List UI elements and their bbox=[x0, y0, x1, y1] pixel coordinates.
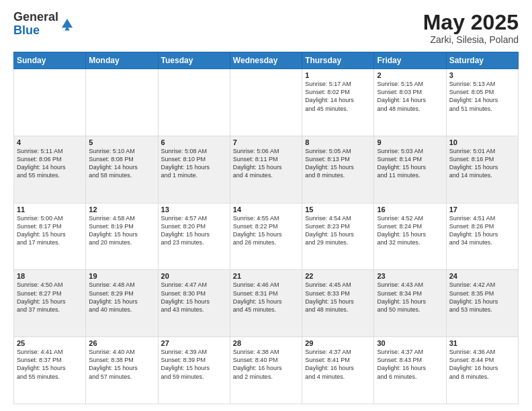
day-info: Sunrise: 4:51 AM Sunset: 8:26 PM Dayligh… bbox=[449, 214, 515, 247]
day-number: 30 bbox=[377, 339, 443, 347]
day-number: 24 bbox=[449, 272, 515, 280]
day-info: Sunrise: 4:40 AM Sunset: 8:38 PM Dayligh… bbox=[89, 348, 154, 381]
day-number: 10 bbox=[449, 138, 515, 146]
day-number: 25 bbox=[17, 339, 83, 347]
calendar-cell: 9Sunrise: 5:03 AM Sunset: 8:14 PM Daylig… bbox=[374, 136, 446, 203]
day-number: 18 bbox=[17, 272, 83, 280]
day-number: 5 bbox=[89, 138, 154, 146]
day-info: Sunrise: 4:54 AM Sunset: 8:23 PM Dayligh… bbox=[305, 214, 371, 247]
day-number: 31 bbox=[449, 339, 515, 347]
day-info: Sunrise: 5:11 AM Sunset: 8:06 PM Dayligh… bbox=[17, 147, 83, 180]
page: General Blue May 2025 Zarki, Silesia, Po… bbox=[0, 0, 532, 411]
logo-blue: Blue bbox=[13, 24, 40, 37]
month-title: May 2025 bbox=[423, 11, 519, 34]
calendar-cell: 25Sunrise: 4:41 AM Sunset: 8:37 PM Dayli… bbox=[14, 337, 86, 404]
day-info: Sunrise: 4:39 AM Sunset: 8:39 PM Dayligh… bbox=[161, 348, 227, 381]
day-number: 7 bbox=[233, 138, 299, 146]
day-number: 17 bbox=[449, 205, 515, 214]
calendar-cell: 24Sunrise: 4:42 AM Sunset: 8:35 PM Dayli… bbox=[446, 270, 518, 337]
day-info: Sunrise: 5:00 AM Sunset: 8:17 PM Dayligh… bbox=[17, 214, 83, 247]
day-info: Sunrise: 4:37 AM Sunset: 8:41 PM Dayligh… bbox=[305, 348, 371, 381]
logo-icon bbox=[60, 17, 75, 32]
day-info: Sunrise: 4:50 AM Sunset: 8:27 PM Dayligh… bbox=[17, 281, 83, 314]
calendar-cell bbox=[158, 69, 230, 136]
calendar-header-friday: Friday bbox=[374, 52, 446, 69]
header: General Blue May 2025 Zarki, Silesia, Po… bbox=[13, 11, 519, 45]
calendar-cell: 16Sunrise: 4:52 AM Sunset: 8:24 PM Dayli… bbox=[374, 203, 446, 270]
calendar-week-row: 1Sunrise: 5:17 AM Sunset: 8:02 PM Daylig… bbox=[14, 69, 519, 136]
calendar-cell: 15Sunrise: 4:54 AM Sunset: 8:23 PM Dayli… bbox=[302, 203, 374, 270]
calendar-cell bbox=[230, 69, 302, 136]
day-info: Sunrise: 5:01 AM Sunset: 8:16 PM Dayligh… bbox=[449, 147, 515, 180]
calendar-cell: 31Sunrise: 4:36 AM Sunset: 8:44 PM Dayli… bbox=[446, 337, 518, 404]
day-info: Sunrise: 4:58 AM Sunset: 8:19 PM Dayligh… bbox=[89, 214, 154, 247]
calendar-cell: 1Sunrise: 5:17 AM Sunset: 8:02 PM Daylig… bbox=[302, 69, 374, 136]
calendar-week-row: 18Sunrise: 4:50 AM Sunset: 8:27 PM Dayli… bbox=[14, 270, 519, 337]
day-info: Sunrise: 4:41 AM Sunset: 8:37 PM Dayligh… bbox=[17, 348, 83, 381]
day-info: Sunrise: 4:57 AM Sunset: 8:20 PM Dayligh… bbox=[161, 214, 227, 247]
day-number: 19 bbox=[89, 272, 154, 280]
day-number: 29 bbox=[305, 339, 371, 347]
day-info: Sunrise: 4:38 AM Sunset: 8:40 PM Dayligh… bbox=[233, 348, 299, 381]
logo: General Blue bbox=[13, 11, 75, 38]
calendar-cell: 12Sunrise: 4:58 AM Sunset: 8:19 PM Dayli… bbox=[86, 203, 158, 270]
day-number: 1 bbox=[305, 71, 371, 79]
calendar-cell: 3Sunrise: 5:13 AM Sunset: 8:05 PM Daylig… bbox=[446, 69, 518, 136]
calendar-cell: 14Sunrise: 4:55 AM Sunset: 8:22 PM Dayli… bbox=[230, 203, 302, 270]
day-number: 26 bbox=[89, 339, 154, 347]
calendar-week-row: 11Sunrise: 5:00 AM Sunset: 8:17 PM Dayli… bbox=[14, 203, 519, 270]
calendar-cell: 26Sunrise: 4:40 AM Sunset: 8:38 PM Dayli… bbox=[86, 337, 158, 404]
calendar-header-tuesday: Tuesday bbox=[158, 52, 230, 69]
day-number: 9 bbox=[377, 138, 443, 146]
calendar-cell: 30Sunrise: 4:37 AM Sunset: 8:43 PM Dayli… bbox=[374, 337, 446, 404]
calendar-cell: 2Sunrise: 5:15 AM Sunset: 8:03 PM Daylig… bbox=[374, 69, 446, 136]
day-info: Sunrise: 4:48 AM Sunset: 8:29 PM Dayligh… bbox=[89, 281, 154, 314]
day-info: Sunrise: 4:45 AM Sunset: 8:33 PM Dayligh… bbox=[305, 281, 371, 314]
calendar-table: SundayMondayTuesdayWednesdayThursdayFrid… bbox=[13, 52, 519, 404]
day-number: 20 bbox=[161, 272, 227, 280]
calendar-header-thursday: Thursday bbox=[302, 52, 374, 69]
day-number: 23 bbox=[377, 272, 443, 280]
day-info: Sunrise: 5:13 AM Sunset: 8:05 PM Dayligh… bbox=[449, 80, 515, 113]
day-number: 13 bbox=[161, 205, 227, 214]
calendar-header-sunday: Sunday bbox=[14, 52, 86, 69]
calendar-cell: 18Sunrise: 4:50 AM Sunset: 8:27 PM Dayli… bbox=[14, 270, 86, 337]
day-info: Sunrise: 4:36 AM Sunset: 8:44 PM Dayligh… bbox=[449, 348, 515, 381]
calendar-week-row: 4Sunrise: 5:11 AM Sunset: 8:06 PM Daylig… bbox=[14, 136, 519, 203]
day-number: 27 bbox=[161, 339, 227, 347]
day-number: 8 bbox=[305, 138, 371, 146]
calendar-cell: 29Sunrise: 4:37 AM Sunset: 8:41 PM Dayli… bbox=[302, 337, 374, 404]
day-number: 2 bbox=[377, 71, 443, 79]
title-block: May 2025 Zarki, Silesia, Poland bbox=[423, 11, 519, 45]
day-number: 12 bbox=[89, 205, 154, 214]
day-info: Sunrise: 5:10 AM Sunset: 8:08 PM Dayligh… bbox=[89, 147, 154, 180]
day-number: 22 bbox=[305, 272, 371, 280]
day-number: 11 bbox=[17, 205, 83, 214]
calendar-header-saturday: Saturday bbox=[446, 52, 518, 69]
calendar-cell bbox=[14, 69, 86, 136]
day-info: Sunrise: 4:37 AM Sunset: 8:43 PM Dayligh… bbox=[377, 348, 443, 381]
calendar-cell bbox=[86, 69, 158, 136]
calendar-cell: 23Sunrise: 4:43 AM Sunset: 8:34 PM Dayli… bbox=[374, 270, 446, 337]
day-info: Sunrise: 4:52 AM Sunset: 8:24 PM Dayligh… bbox=[377, 214, 443, 247]
calendar-cell: 28Sunrise: 4:38 AM Sunset: 8:40 PM Dayli… bbox=[230, 337, 302, 404]
day-info: Sunrise: 5:08 AM Sunset: 8:10 PM Dayligh… bbox=[161, 147, 227, 180]
day-number: 14 bbox=[233, 205, 299, 214]
day-info: Sunrise: 5:15 AM Sunset: 8:03 PM Dayligh… bbox=[377, 80, 443, 113]
calendar-cell: 11Sunrise: 5:00 AM Sunset: 8:17 PM Dayli… bbox=[14, 203, 86, 270]
day-info: Sunrise: 4:46 AM Sunset: 8:31 PM Dayligh… bbox=[233, 281, 299, 314]
calendar-cell: 17Sunrise: 4:51 AM Sunset: 8:26 PM Dayli… bbox=[446, 203, 518, 270]
calendar-cell: 19Sunrise: 4:48 AM Sunset: 8:29 PM Dayli… bbox=[86, 270, 158, 337]
day-info: Sunrise: 5:17 AM Sunset: 8:02 PM Dayligh… bbox=[305, 80, 371, 113]
day-info: Sunrise: 5:06 AM Sunset: 8:11 PM Dayligh… bbox=[233, 147, 299, 180]
calendar-header-monday: Monday bbox=[86, 52, 158, 69]
calendar-cell: 7Sunrise: 5:06 AM Sunset: 8:11 PM Daylig… bbox=[230, 136, 302, 203]
calendar-cell: 10Sunrise: 5:01 AM Sunset: 8:16 PM Dayli… bbox=[446, 136, 518, 203]
day-info: Sunrise: 5:03 AM Sunset: 8:14 PM Dayligh… bbox=[377, 147, 443, 180]
day-number: 21 bbox=[233, 272, 299, 280]
calendar-cell: 20Sunrise: 4:47 AM Sunset: 8:30 PM Dayli… bbox=[158, 270, 230, 337]
day-info: Sunrise: 4:47 AM Sunset: 8:30 PM Dayligh… bbox=[161, 281, 227, 314]
day-number: 3 bbox=[449, 71, 515, 79]
calendar-cell: 21Sunrise: 4:46 AM Sunset: 8:31 PM Dayli… bbox=[230, 270, 302, 337]
calendar-week-row: 25Sunrise: 4:41 AM Sunset: 8:37 PM Dayli… bbox=[14, 337, 519, 404]
